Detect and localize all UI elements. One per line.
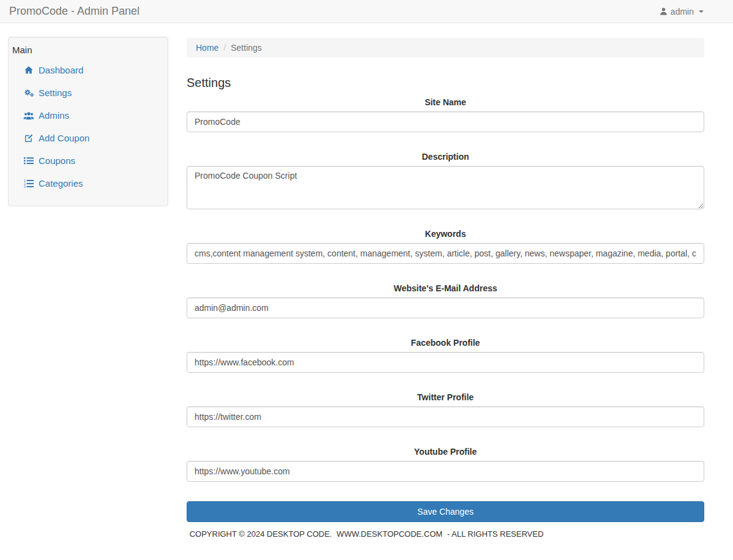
email-label: Website's E-Mail Address: [187, 283, 704, 293]
form-group-keywords: Keywords: [187, 229, 704, 264]
email-input[interactable]: [187, 297, 704, 318]
home-icon: [23, 65, 34, 75]
form-group-youtube: Youtube Profile: [187, 447, 704, 482]
sidebar-item-label: Dashboard: [39, 65, 83, 75]
form-group-site-name: Site Name: [187, 97, 704, 132]
keywords-input[interactable]: [187, 243, 704, 264]
sidebar-item-settings[interactable]: Settings: [12, 81, 163, 104]
description-textarea[interactable]: PromoCode Coupon Script: [187, 166, 704, 209]
footer-copyright-text: COPYRIGHT © 2024 DESKTOP CODE.: [190, 529, 332, 539]
form-group-description: Description PromoCode Coupon Script: [187, 152, 704, 209]
form-group-facebook: Facebook Profile: [187, 338, 704, 373]
form-group-twitter: Twitter Profile: [187, 392, 704, 427]
sidebar-item-label: Add Coupon: [39, 133, 89, 143]
sidebar-item-label: Admins: [39, 110, 69, 121]
list-icon: [23, 157, 34, 165]
list-ol-icon: 1 2 3: [23, 179, 34, 188]
navbar-brand[interactable]: PromoCode - Admin Panel: [9, 5, 140, 18]
sidebar-item-categories[interactable]: 1 2 3 Categories: [12, 172, 163, 195]
main-content: Home / Settings Settings Site Name Descr…: [187, 38, 704, 522]
settings-form: Site Name Description PromoCode Coupon S…: [187, 97, 704, 522]
save-changes-button[interactable]: Save Changes: [187, 501, 704, 522]
svg-text:3: 3: [24, 185, 26, 188]
twitter-input[interactable]: [187, 406, 704, 427]
facebook-label: Facebook Profile: [187, 338, 704, 348]
user-icon: [660, 7, 668, 15]
sidebar-item-admins[interactable]: Admins: [12, 104, 163, 127]
caret-down-icon: [699, 10, 704, 13]
footer-site-link[interactable]: WWW.DESKTOPCODE.COM: [337, 529, 442, 539]
keywords-label: Keywords: [187, 229, 704, 239]
user-name: admin: [671, 7, 694, 17]
sidebar-header: Main: [12, 43, 163, 59]
navbar: PromoCode - Admin Panel admin: [0, 0, 733, 23]
sidebar-item-label: Settings: [39, 88, 72, 98]
description-label: Description: [187, 152, 704, 162]
sidebar: Main Dashboard: [8, 37, 168, 206]
breadcrumb-home-link[interactable]: Home: [196, 43, 218, 53]
footer: COPYRIGHT © 2024 DESKTOP CODE. WWW.DESKT…: [0, 529, 733, 539]
site-name-input[interactable]: [187, 111, 704, 132]
sidebar-item-dashboard[interactable]: Dashboard: [12, 59, 163, 81]
facebook-input[interactable]: [187, 352, 704, 373]
breadcrumb-current: Settings: [231, 43, 262, 53]
page-title: Settings: [187, 76, 704, 90]
user-dropdown[interactable]: admin: [660, 7, 704, 17]
content-area: Main Dashboard: [0, 23, 733, 522]
breadcrumb-separator: /: [223, 43, 226, 53]
sidebar-item-coupons[interactable]: Coupons: [12, 149, 163, 172]
twitter-label: Twitter Profile: [187, 392, 704, 402]
sidebar-item-add-coupon[interactable]: Add Coupon: [12, 127, 163, 149]
youtube-input[interactable]: [187, 461, 704, 482]
cogs-icon: [23, 88, 34, 97]
sidebar-item-label: Coupons: [39, 155, 75, 166]
users-icon: [23, 111, 34, 120]
breadcrumb: Home / Settings: [187, 38, 704, 58]
sidebar-item-label: Categories: [39, 178, 83, 189]
footer-rights-text: - ALL RIGHTS RESERVED: [447, 529, 544, 539]
youtube-label: Youtube Profile: [187, 447, 704, 457]
site-name-label: Site Name: [187, 97, 704, 107]
edit-icon: [23, 133, 34, 143]
form-group-email: Website's E-Mail Address: [187, 283, 704, 318]
